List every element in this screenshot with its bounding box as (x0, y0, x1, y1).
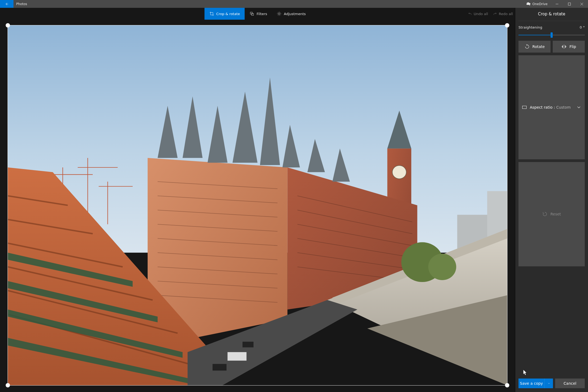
undo-label: Undo all (474, 12, 488, 16)
app-title: Photos (13, 0, 30, 8)
undo-all-button[interactable]: Undo all (468, 12, 488, 16)
flip-button[interactable]: Flip (553, 41, 585, 53)
rotate-label: Rotate (532, 44, 545, 49)
tab-crop-rotate[interactable]: Crop & rotate (204, 8, 245, 20)
crop-handle-bottom-right[interactable] (505, 383, 509, 387)
tab-label: Crop & rotate (216, 12, 240, 16)
history-controls: Undo all Redo all (468, 8, 513, 20)
maximize-icon (568, 3, 571, 5)
aspect-ratio-dropdown[interactable]: Aspect ratio : Custom (518, 55, 585, 159)
save-label: Save a copy (520, 381, 543, 386)
slider-thumb[interactable] (551, 32, 553, 38)
slider-track-left (518, 35, 552, 35)
slider-track-right (552, 35, 585, 35)
redo-all-button[interactable]: Redo all (493, 12, 513, 16)
panel-footer: Save a copy Cancel (518, 376, 585, 388)
svg-point-4 (278, 13, 280, 15)
crop-handle-top-right[interactable] (505, 23, 509, 27)
undo-icon (468, 12, 472, 16)
tab-label: Adjustments (284, 12, 306, 16)
chevron-down-icon (576, 105, 582, 110)
crop-frame[interactable] (8, 25, 507, 386)
tab-label: Filters (257, 12, 267, 16)
svg-rect-34 (243, 342, 254, 347)
straightening-slider[interactable] (518, 32, 585, 38)
adjustments-icon (277, 11, 282, 16)
save-a-copy-split-button[interactable] (544, 379, 553, 388)
flip-label: Flip (569, 44, 576, 49)
edited-image (8, 25, 507, 385)
workarea: Crop & rotate Filters Adjustments Undo a… (0, 8, 515, 392)
edit-tabs: Crop & rotate Filters Adjustments (204, 8, 310, 20)
aspect-ratio-value: Custom (556, 105, 571, 109)
aspect-ratio-label: Aspect ratio : (530, 105, 556, 109)
titlebar: Photos OneDrive (0, 0, 588, 8)
svg-rect-32 (227, 352, 246, 361)
tab-adjustments[interactable]: Adjustments (272, 8, 310, 20)
reset-icon (542, 211, 548, 217)
flip-icon (561, 44, 567, 49)
svg-rect-35 (523, 106, 527, 109)
back-button[interactable] (0, 0, 13, 8)
crop-handle-top-left[interactable] (6, 23, 10, 27)
edit-toolbar: Crop & rotate Filters Adjustments Undo a… (0, 8, 515, 20)
close-button[interactable] (576, 0, 588, 8)
straightening-label: Straightening (518, 25, 542, 29)
svg-rect-3 (252, 13, 254, 16)
cancel-button[interactable]: Cancel (555, 379, 585, 388)
onedrive-icon (526, 2, 531, 6)
svg-point-10 (392, 166, 406, 179)
arrow-left-icon (5, 2, 9, 6)
mouse-cursor (523, 370, 527, 375)
aspect-ratio-icon (522, 105, 527, 110)
maximize-button[interactable] (563, 0, 576, 8)
side-panel: Crop & rotate Straightening 0 ° Rotate F… (515, 8, 588, 392)
titlebar-drag-area[interactable] (30, 0, 523, 8)
panel-divider (518, 21, 585, 21)
rotate-icon (524, 44, 530, 49)
reset-button[interactable]: Reset (518, 162, 585, 266)
filters-icon (250, 11, 254, 16)
minimize-button[interactable] (551, 0, 563, 8)
tab-filters[interactable]: Filters (245, 8, 272, 20)
close-icon (580, 3, 583, 5)
window-controls (551, 0, 588, 8)
panel-title: Crop & rotate (518, 12, 585, 16)
minimize-icon (556, 3, 558, 5)
rotate-button[interactable]: Rotate (518, 41, 551, 53)
save-a-copy-button[interactable]: Save a copy (518, 379, 544, 388)
svg-rect-2 (250, 12, 253, 14)
crop-handle-bottom-left[interactable] (6, 383, 10, 387)
crop-icon (209, 11, 214, 16)
cancel-label: Cancel (563, 381, 576, 386)
svg-point-31 (428, 254, 456, 280)
svg-rect-33 (213, 364, 227, 371)
redo-icon (493, 12, 497, 16)
svg-rect-1 (568, 3, 571, 5)
onedrive-status[interactable]: OneDrive (523, 0, 551, 8)
reset-label: Reset (550, 212, 561, 216)
straightening-row: Straightening 0 ° (518, 25, 585, 29)
straightening-value: 0 ° (580, 25, 585, 29)
image-canvas[interactable] (0, 20, 515, 392)
chevron-down-icon (547, 382, 551, 385)
onedrive-label: OneDrive (532, 2, 548, 6)
redo-label: Redo all (499, 12, 513, 16)
